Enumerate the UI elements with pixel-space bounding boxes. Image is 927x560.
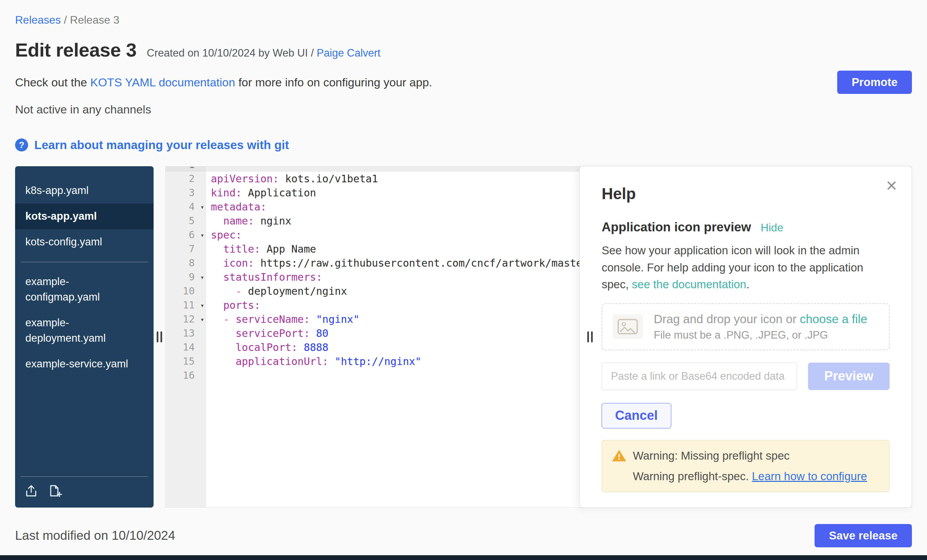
- line-number: 3: [166, 186, 206, 200]
- file-tree-items: k8s-app.yamlkots-app.yamlkots-config.yam…: [15, 178, 153, 377]
- dropzone-instruction: Drag and drop your icon or: [654, 312, 800, 326]
- help-description: See how your application icon will look …: [602, 242, 890, 293]
- upload-file-icon[interactable]: [24, 484, 38, 498]
- file-tree-item[interactable]: example-service.yaml: [15, 351, 153, 377]
- file-tree-resize-handle[interactable]: [153, 166, 165, 508]
- file-group-divider: [21, 262, 148, 262]
- tree-footer-divider: [21, 477, 148, 477]
- author-link[interactable]: Paige Calvert: [317, 47, 380, 59]
- file-tree-footer: [15, 477, 153, 508]
- fold-toggle-icon[interactable]: ▾: [200, 270, 204, 284]
- last-modified: Last modified on 10/10/2024: [15, 528, 175, 543]
- icon-url-row: Preview: [602, 363, 890, 390]
- line-number: 11▾: [166, 298, 206, 312]
- edit-release-page: Releases / Release 3 Edit release 3 Crea…: [0, 0, 927, 555]
- line-number: 13: [166, 326, 206, 340]
- preflight-warning-box: Warning: Missing preflight spec Warning …: [602, 440, 890, 492]
- git-releases-link[interactable]: Learn about managing your releases with …: [34, 138, 289, 152]
- fold-toggle-icon[interactable]: ▾: [200, 200, 204, 214]
- dropzone-text: Drag and drop your icon or choose a file…: [654, 312, 867, 341]
- file-tree-item[interactable]: example-deployment.yaml: [15, 310, 153, 351]
- breadcrumb: Releases / Release 3: [15, 14, 912, 26]
- docs-note-suffix: for more info on configuring your app.: [235, 76, 432, 89]
- warning-detail: Warning preflight-spec. Learn how to con…: [633, 470, 879, 483]
- save-release-button[interactable]: Save release: [815, 524, 912, 547]
- breadcrumb-current: Release 3: [70, 14, 119, 26]
- release-editor-workspace: k8s-app.yamlkots-app.yamlkots-config.yam…: [15, 166, 912, 508]
- file-tree: k8s-app.yamlkots-app.yamlkots-config.yam…: [15, 166, 153, 508]
- question-icon: ?: [15, 138, 28, 152]
- help-panel: × Help Application icon preview Hide See…: [579, 166, 912, 508]
- page-footer: Last modified on 10/10/2024 Save release: [15, 524, 912, 547]
- image-placeholder-icon: [612, 314, 643, 339]
- choose-file-link[interactable]: choose a file: [800, 312, 867, 326]
- docs-note: Check out the KOTS YAML documentation fo…: [15, 76, 432, 89]
- warning-icon: [612, 450, 626, 462]
- breadcrumb-separator: /: [61, 14, 70, 26]
- docs-note-prefix: Check out the: [15, 76, 90, 89]
- editor-gutter: 1234▾56▾789▾1011▾12▾13141516: [166, 167, 206, 507]
- warning-title: Warning: Missing preflight spec: [633, 449, 790, 462]
- page-title: Edit release 3: [15, 39, 137, 61]
- help-description-period: .: [746, 278, 749, 291]
- line-number: 8: [166, 256, 206, 270]
- line-number: 9▾: [166, 270, 206, 284]
- line-number: 15: [166, 354, 206, 369]
- line-number: 10: [166, 284, 206, 298]
- fold-toggle-icon[interactable]: ▾: [200, 228, 204, 242]
- icon-preview-title: Application icon preview: [602, 220, 751, 234]
- fold-toggle-icon[interactable]: ▾: [200, 313, 204, 326]
- line-number: 4▾: [166, 200, 206, 214]
- icon-dropzone[interactable]: Drag and drop your icon or choose a file…: [602, 303, 890, 350]
- file-tree-item[interactable]: kots-config.yaml: [15, 229, 153, 255]
- promote-button[interactable]: Promote: [837, 71, 912, 94]
- file-tree-item[interactable]: example-configmap.yaml: [15, 269, 153, 310]
- channel-status: Not active in any channels: [15, 103, 912, 116]
- git-help-row: ? Learn about managing your releases wit…: [15, 138, 912, 152]
- warning-detail-text: Warning preflight-spec.: [633, 470, 752, 483]
- dropzone-file-hint: File must be a .PNG, .JPEG, or .JPG: [654, 329, 867, 341]
- line-number: 2: [166, 172, 206, 186]
- line-number: 12▾: [166, 312, 206, 326]
- icon-url-input[interactable]: [602, 363, 797, 390]
- file-tree-item[interactable]: kots-app.yaml: [15, 203, 153, 229]
- breadcrumb-releases-link[interactable]: Releases: [15, 14, 61, 26]
- title-row: Edit release 3 Created on 10/10/2024 by …: [15, 39, 912, 61]
- fold-toggle-icon[interactable]: ▾: [200, 299, 204, 313]
- file-tree-actions: [15, 482, 153, 503]
- preview-button[interactable]: Preview: [808, 363, 890, 390]
- see-documentation-link[interactable]: see the documentation: [632, 278, 746, 291]
- help-title: Help: [602, 184, 890, 203]
- line-number: 6▾: [166, 228, 206, 242]
- line-number: 1: [166, 167, 206, 172]
- line-number: 7: [166, 242, 206, 256]
- new-file-icon[interactable]: [48, 484, 62, 498]
- created-text: Created on 10/10/2024 by Web UI /: [147, 47, 317, 59]
- line-number: 14: [166, 340, 206, 354]
- learn-configure-link[interactable]: Learn how to configure: [752, 470, 867, 483]
- file-tree-item[interactable]: k8s-app.yaml: [15, 178, 153, 203]
- cancel-button[interactable]: Cancel: [602, 403, 671, 428]
- help-panel-resize-handle[interactable]: [587, 331, 593, 342]
- created-info: Created on 10/10/2024 by Web UI / Paige …: [147, 47, 380, 59]
- kots-docs-link[interactable]: KOTS YAML documentation: [90, 76, 235, 89]
- icon-preview-section-header: Application icon preview Hide: [602, 220, 890, 234]
- docs-row: Check out the KOTS YAML documentation fo…: [15, 71, 912, 94]
- line-number: 16: [166, 369, 206, 382]
- close-icon[interactable]: ×: [884, 176, 899, 195]
- bottom-bar: [0, 555, 927, 560]
- hide-link[interactable]: Hide: [761, 222, 783, 234]
- line-number: 5: [166, 214, 206, 228]
